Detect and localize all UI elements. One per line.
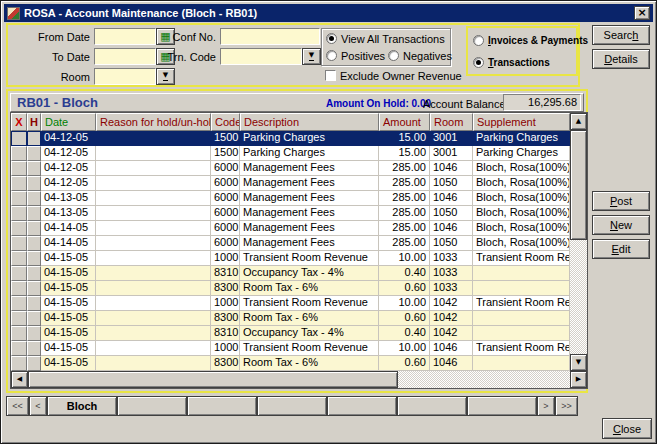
scroll-down-button[interactable]: ▼ bbox=[570, 354, 587, 371]
row-h-cell[interactable] bbox=[27, 131, 41, 146]
previous-account-button[interactable]: < bbox=[29, 396, 47, 416]
last-account-button[interactable]: >> bbox=[555, 396, 578, 416]
row-x-cell[interactable] bbox=[11, 221, 27, 236]
column-header-date[interactable]: Date bbox=[41, 113, 96, 131]
new-button[interactable]: New bbox=[592, 215, 650, 235]
scroll-up-button[interactable]: ▲ bbox=[570, 113, 587, 130]
vertical-scroll-thumb[interactable] bbox=[570, 130, 587, 240]
table-row[interactable]: 04-13-056000Management Fees285.001050Blo… bbox=[11, 206, 570, 221]
radio-icon[interactable] bbox=[388, 50, 399, 61]
column-header-reason-for-hold-un-hold[interactable]: Reason for hold/un-hold bbox=[96, 113, 211, 131]
radio-icon[interactable] bbox=[473, 35, 484, 46]
table-row[interactable]: 04-15-051000Transient Room Revenue10.001… bbox=[11, 296, 570, 311]
row-h-cell[interactable] bbox=[27, 296, 41, 311]
table-row[interactable]: 04-15-051000Transient Room Revenue10.001… bbox=[11, 251, 570, 266]
row-h-cell[interactable] bbox=[27, 251, 41, 266]
row-h-cell[interactable] bbox=[27, 191, 41, 206]
row-x-cell[interactable] bbox=[11, 206, 27, 221]
table-row[interactable]: 04-14-056000Management Fees285.001050Blo… bbox=[11, 236, 570, 251]
row-h-cell[interactable] bbox=[27, 281, 41, 296]
radio-invoices-payments[interactable]: Invoices & Payments bbox=[473, 34, 588, 47]
row-h-cell[interactable] bbox=[27, 176, 41, 191]
exclude-owner-revenue-checkbox[interactable]: Exclude Owner Revenue bbox=[325, 69, 462, 82]
title-bar[interactable]: ROSA - Account Maintenance (Bloch - RB01… bbox=[4, 4, 653, 22]
details-button[interactable]: Details bbox=[592, 49, 650, 69]
radio-icon[interactable] bbox=[473, 57, 484, 68]
radio-negatives[interactable]: Negatives bbox=[388, 49, 452, 62]
radio-icon[interactable] bbox=[326, 50, 337, 61]
close-button[interactable]: Close bbox=[602, 418, 652, 439]
table-row[interactable]: 04-12-056000Management Fees285.001046Blo… bbox=[11, 161, 570, 176]
scroll-right-button[interactable]: ▶ bbox=[570, 371, 587, 388]
row-x-cell[interactable] bbox=[11, 161, 27, 176]
account-tab-empty[interactable] bbox=[327, 396, 397, 416]
row-x-cell[interactable] bbox=[11, 266, 27, 281]
trn-code-dropdown-button[interactable]: ▼ bbox=[302, 48, 321, 65]
table-row[interactable]: 04-12-051500Parking Charges15.003001Park… bbox=[11, 146, 570, 161]
account-tab-bloch[interactable]: Bloch bbox=[47, 396, 117, 416]
column-header-amount[interactable]: Amount bbox=[379, 113, 430, 131]
account-tab-empty[interactable] bbox=[117, 396, 187, 416]
row-x-cell[interactable] bbox=[11, 191, 27, 206]
row-x-cell[interactable] bbox=[11, 326, 27, 341]
checkbox-icon[interactable] bbox=[325, 70, 336, 81]
row-x-cell[interactable] bbox=[11, 356, 27, 371]
account-tab-empty[interactable] bbox=[467, 396, 537, 416]
search-button[interactable]: Search bbox=[592, 25, 650, 45]
column-header-room[interactable]: Room bbox=[430, 113, 473, 131]
row-h-cell[interactable] bbox=[27, 341, 41, 356]
room-input[interactable] bbox=[94, 68, 156, 85]
row-h-cell[interactable] bbox=[27, 311, 41, 326]
table-row[interactable]: 04-15-058310Occupancy Tax - 4%0.401042 bbox=[11, 326, 570, 341]
row-h-cell[interactable] bbox=[27, 326, 41, 341]
column-header-description[interactable]: Description bbox=[240, 113, 379, 131]
row-x-cell[interactable] bbox=[11, 311, 27, 326]
table-row[interactable]: 04-12-051500Parking Charges15.003001Park… bbox=[11, 131, 570, 146]
column-header-x[interactable]: X bbox=[11, 113, 27, 131]
row-x-cell[interactable] bbox=[11, 236, 27, 251]
horizontal-scroll-thumb[interactable] bbox=[28, 371, 398, 388]
next-account-button[interactable]: > bbox=[537, 396, 555, 416]
row-h-cell[interactable] bbox=[27, 161, 41, 176]
account-tab-empty[interactable] bbox=[397, 396, 467, 416]
row-x-cell[interactable] bbox=[11, 296, 27, 311]
row-x-cell[interactable] bbox=[11, 146, 27, 161]
table-row[interactable]: 04-15-058300Room Tax - 6%0.601033 bbox=[11, 281, 570, 296]
row-h-cell[interactable] bbox=[27, 236, 41, 251]
row-h-cell[interactable] bbox=[27, 146, 41, 161]
from-date-input[interactable] bbox=[94, 28, 156, 45]
edit-button[interactable]: Edit bbox=[592, 239, 650, 259]
column-header-supplement[interactable]: Supplement bbox=[473, 113, 570, 131]
radio-positives[interactable]: Positives bbox=[326, 49, 385, 62]
to-date-input[interactable] bbox=[94, 48, 156, 65]
radio-view-all-transactions[interactable]: View All Transactions bbox=[326, 32, 445, 45]
table-row[interactable]: 04-15-058310Occupancy Tax - 4%0.401033 bbox=[11, 266, 570, 281]
trn-code-input[interactable] bbox=[220, 48, 302, 65]
account-tab-empty[interactable] bbox=[257, 396, 327, 416]
post-button[interactable]: Post bbox=[592, 191, 650, 211]
row-x-cell[interactable] bbox=[11, 176, 27, 191]
row-h-cell[interactable] bbox=[27, 221, 41, 236]
vertical-scrollbar[interactable]: ▲ ▼ bbox=[570, 113, 587, 371]
radio-transactions[interactable]: Transactions bbox=[473, 56, 550, 69]
column-header-code[interactable]: Code bbox=[211, 113, 240, 131]
table-row[interactable]: 04-15-051000Transient Room Revenue10.001… bbox=[11, 341, 570, 356]
table-row[interactable]: 04-15-058300Room Tax - 6%0.601046 bbox=[11, 356, 570, 371]
column-header-h[interactable]: H bbox=[27, 113, 41, 131]
row-h-cell[interactable] bbox=[27, 356, 41, 371]
room-dropdown-button[interactable]: ▼ bbox=[156, 68, 175, 85]
account-tab-empty[interactable] bbox=[187, 396, 257, 416]
first-account-button[interactable]: << bbox=[6, 396, 29, 416]
row-x-cell[interactable] bbox=[11, 251, 27, 266]
row-x-cell[interactable] bbox=[11, 341, 27, 356]
horizontal-scrollbar[interactable]: ◀ ▶ bbox=[11, 371, 587, 388]
row-h-cell[interactable] bbox=[27, 206, 41, 221]
table-row[interactable]: 04-12-056000Management Fees285.001050Blo… bbox=[11, 176, 570, 191]
row-x-cell[interactable] bbox=[11, 131, 27, 146]
row-h-cell[interactable] bbox=[27, 266, 41, 281]
radio-icon[interactable] bbox=[326, 33, 337, 44]
table-row[interactable]: 04-13-056000Management Fees285.001046Blo… bbox=[11, 191, 570, 206]
window-close-button[interactable]: × bbox=[634, 6, 650, 20]
scroll-left-button[interactable]: ◀ bbox=[11, 371, 28, 388]
conf-no-input[interactable] bbox=[220, 28, 320, 45]
